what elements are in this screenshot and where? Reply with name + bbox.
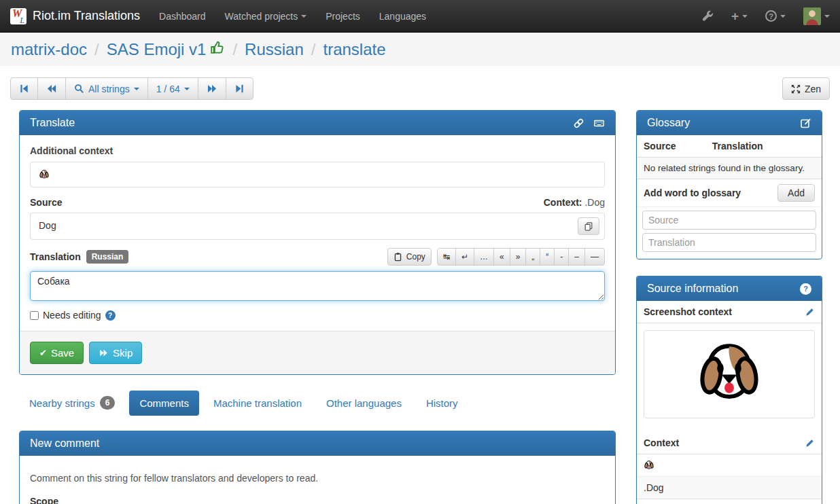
tab-comments[interactable]: Comments	[129, 391, 199, 416]
breadcrumb-language[interactable]: Russian	[245, 40, 304, 59]
new-comment-header: New comment	[20, 431, 615, 456]
source-string: Dog	[39, 220, 56, 231]
tab-nearby-strings[interactable]: Nearby strings 6	[19, 389, 125, 416]
breadcrumb-separator: /	[232, 40, 237, 59]
tab-history[interactable]: History	[416, 391, 468, 416]
navbar-links: Dashboard Watched projects Projects Lang…	[150, 0, 436, 33]
position-button[interactable]: 1 / 64	[147, 77, 198, 100]
chevron-down-icon	[824, 15, 830, 18]
edit-pencil-icon[interactable]	[805, 307, 815, 317]
tab-label: Nearby strings	[29, 397, 95, 409]
nav-item-dashboard[interactable]: Dashboard	[150, 0, 215, 33]
translation-textarea[interactable]: Собака	[30, 271, 605, 301]
copy-source-button[interactable]	[578, 217, 599, 235]
glossary-title: Glossary	[647, 117, 690, 129]
translate-title: Translate	[30, 117, 75, 129]
chevron-down-icon	[301, 15, 307, 18]
glossary-add-row: Add word to glossary Add	[637, 179, 822, 207]
edit-pencil-icon[interactable]	[805, 438, 815, 448]
navbar-right: + ?	[702, 7, 830, 25]
source-string-box: Dog	[30, 213, 605, 240]
special-char-hyphen-button[interactable]: -	[554, 248, 569, 266]
add-word-button[interactable]: Add	[777, 184, 815, 202]
admin-tools-button[interactable]	[702, 10, 714, 22]
breadcrumb-project[interactable]: matrix-doc	[11, 40, 87, 59]
main-column: Translate Additional context Source Cont…	[19, 110, 616, 504]
dog-emoji-icon	[644, 460, 654, 471]
screenshot-context-label: Screenshot context	[644, 306, 732, 317]
glossary-panel: Glossary Source Translation No related s…	[636, 110, 822, 259]
fullscreen-icon	[791, 84, 801, 94]
help-icon[interactable]: ?	[105, 310, 116, 321]
tab-other-languages[interactable]: Other languages	[316, 391, 412, 416]
tab-machine-translation[interactable]: Machine translation	[203, 391, 312, 416]
chevron-down-icon	[184, 88, 190, 90]
flags-section-header: Flags	[637, 499, 822, 504]
add-menu-button[interactable]: +	[731, 10, 748, 22]
save-button[interactable]: ✔ Save	[30, 342, 84, 364]
glossary-col-translation: Translation	[712, 141, 815, 151]
tab-label: Comments	[139, 397, 189, 409]
zen-label: Zen	[805, 84, 821, 94]
last-string-button[interactable]	[226, 77, 253, 100]
dog-emoji-icon	[39, 169, 50, 180]
breadcrumb-page[interactable]: translate	[323, 40, 385, 59]
tab-label: Other languages	[326, 397, 402, 409]
special-char-laquo-button[interactable]: «	[493, 248, 510, 266]
help-menu-button[interactable]: ?	[765, 10, 786, 22]
translate-panel-body: Additional context Source Context: .Dog …	[20, 135, 615, 331]
permalink-icon[interactable]	[574, 118, 584, 128]
weblate-logo-icon: WL	[10, 8, 27, 24]
help-icon[interactable]: ?	[800, 283, 811, 295]
needs-editing-checkbox[interactable]	[30, 311, 39, 320]
screenshot-image-box[interactable]	[644, 330, 815, 418]
breadcrumb-separator: /	[311, 40, 316, 59]
special-char-endash-button[interactable]: –	[568, 248, 585, 266]
previous-string-button[interactable]	[37, 77, 66, 100]
nav-item-watched-projects[interactable]: Watched projects	[215, 0, 317, 33]
glossary-translation-input[interactable]	[642, 233, 816, 252]
context-value: .Dog	[584, 197, 605, 208]
user-menu-button[interactable]	[803, 7, 830, 25]
avatar	[803, 7, 821, 25]
plus-icon: +	[731, 10, 739, 22]
comment-intro-text: Comment on this string for fellow transl…	[30, 473, 605, 484]
additional-context-box	[30, 162, 605, 187]
zen-mode-button[interactable]: Zen	[782, 77, 830, 100]
brand[interactable]: WL Riot.im Translations	[10, 8, 140, 24]
breadcrumb-component-label: SAS Emoji v1	[107, 40, 207, 58]
special-char-ellipsis-button[interactable]: …	[474, 248, 494, 266]
skip-button[interactable]: Skip	[89, 342, 142, 364]
nav-item-projects[interactable]: Projects	[316, 0, 370, 33]
needs-editing-row: Needs editing ?	[30, 310, 605, 321]
source-row: Source Context: .Dog	[30, 197, 605, 208]
breadcrumb-component[interactable]: SAS Emoji v1	[107, 40, 226, 59]
translation-label: Translation	[30, 251, 81, 262]
nav-item-label: Watched projects	[225, 11, 298, 22]
first-string-button[interactable]	[10, 77, 38, 100]
nav-item-languages[interactable]: Languages	[370, 0, 436, 33]
sidebar: Glossary Source Translation No related s…	[636, 110, 822, 504]
edit-glossary-icon[interactable]	[801, 118, 811, 128]
special-char-lowquote-button[interactable]: „	[525, 248, 540, 266]
new-comment-body: Comment on this string for fellow transl…	[20, 456, 615, 504]
copy-button[interactable]: Copy	[387, 248, 432, 266]
next-string-button[interactable]	[198, 77, 226, 100]
filter-strings-button[interactable]: All strings	[65, 77, 148, 100]
special-char-emdash-button[interactable]: —	[584, 248, 605, 266]
string-pager: All strings 1 / 64	[10, 77, 253, 100]
glossary-source-input[interactable]	[642, 211, 816, 230]
chevron-down-icon	[742, 15, 748, 18]
special-char-tab-button[interactable]: ↹	[437, 248, 456, 266]
nav-item-label: Projects	[326, 11, 360, 22]
keyboard-shortcuts-icon[interactable]	[593, 118, 605, 128]
filter-label: All strings	[88, 84, 130, 94]
glossary-column-headers: Source Translation	[637, 135, 822, 158]
special-char-highquote-button[interactable]: “	[540, 248, 555, 266]
save-label: Save	[51, 347, 74, 359]
needs-editing-label: Needs editing	[43, 310, 101, 321]
additional-context-label: Additional context	[30, 145, 605, 156]
next-icon	[207, 84, 217, 94]
special-char-newline-button[interactable]: ↵	[455, 248, 474, 266]
special-char-raquo-button[interactable]: »	[510, 248, 527, 266]
